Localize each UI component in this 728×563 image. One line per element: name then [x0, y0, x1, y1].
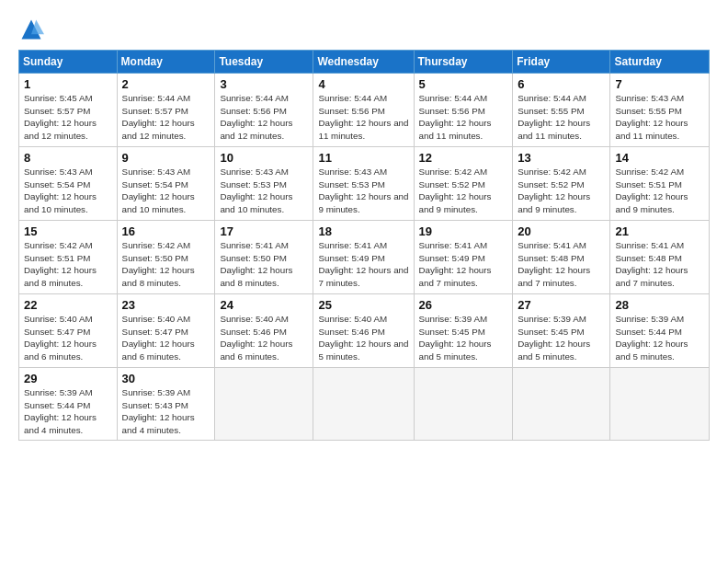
day-info: Sunrise: 5:40 AMSunset: 5:47 PMDaylight:… — [122, 314, 195, 362]
day-info: Sunrise: 5:43 AMSunset: 5:53 PMDaylight:… — [220, 167, 292, 214]
day-number: 7 — [615, 77, 704, 91]
day-cell-27: 27Sunrise: 5:39 AMSunset: 5:45 PMDayligh… — [513, 294, 610, 368]
calendar-week-1: 8Sunrise: 5:43 AMSunset: 5:54 PMDaylight… — [19, 147, 710, 221]
day-number: 3 — [220, 77, 308, 91]
column-header-sunday: Sunday — [19, 51, 118, 74]
day-number: 16 — [122, 224, 210, 238]
day-number: 2 — [122, 77, 210, 91]
day-number: 28 — [615, 298, 704, 312]
column-header-thursday: Thursday — [414, 51, 513, 74]
day-info: Sunrise: 5:39 AMSunset: 5:45 PMDaylight:… — [419, 314, 492, 362]
day-info: Sunrise: 5:39 AMSunset: 5:44 PMDaylight:… — [615, 314, 688, 362]
day-info: Sunrise: 5:41 AMSunset: 5:48 PMDaylight:… — [615, 240, 688, 288]
day-cell-7: 7Sunrise: 5:43 AMSunset: 5:55 PMDaylight… — [610, 74, 710, 147]
day-cell-18: 18Sunrise: 5:41 AMSunset: 5:49 PMDayligh… — [313, 221, 414, 294]
day-number: 26 — [419, 298, 508, 312]
day-number: 13 — [518, 151, 605, 165]
column-header-tuesday: Tuesday — [215, 51, 313, 74]
day-number: 20 — [518, 224, 605, 238]
day-number: 19 — [419, 224, 508, 238]
day-cell-26: 26Sunrise: 5:39 AMSunset: 5:45 PMDayligh… — [414, 294, 513, 368]
day-cell-19: 19Sunrise: 5:41 AMSunset: 5:49 PMDayligh… — [414, 221, 513, 294]
day-info: Sunrise: 5:43 AMSunset: 5:53 PMDaylight:… — [318, 167, 408, 214]
day-cell-20: 20Sunrise: 5:41 AMSunset: 5:48 PMDayligh… — [513, 221, 610, 294]
day-number: 12 — [419, 151, 508, 165]
header — [18, 17, 710, 42]
calendar-header-row: SundayMondayTuesdayWednesdayThursdayFrid… — [19, 51, 710, 74]
empty-cell — [414, 368, 513, 441]
day-info: Sunrise: 5:44 AMSunset: 5:56 PMDaylight:… — [419, 93, 492, 141]
day-cell-23: 23Sunrise: 5:40 AMSunset: 5:47 PMDayligh… — [117, 294, 215, 368]
day-number: 18 — [318, 224, 408, 238]
day-number: 4 — [318, 77, 408, 91]
empty-cell — [513, 368, 610, 441]
calendar-week-3: 22Sunrise: 5:40 AMSunset: 5:47 PMDayligh… — [19, 294, 710, 368]
day-info: Sunrise: 5:44 AMSunset: 5:57 PMDaylight:… — [122, 93, 195, 141]
day-number: 1 — [24, 77, 112, 91]
day-info: Sunrise: 5:40 AMSunset: 5:46 PMDaylight:… — [318, 314, 408, 362]
day-cell-1: 1Sunrise: 5:45 AMSunset: 5:57 PMDaylight… — [19, 74, 118, 147]
calendar-week-2: 15Sunrise: 5:42 AMSunset: 5:51 PMDayligh… — [19, 221, 710, 294]
day-info: Sunrise: 5:42 AMSunset: 5:52 PMDaylight:… — [518, 167, 590, 214]
calendar-body: 1Sunrise: 5:45 AMSunset: 5:57 PMDaylight… — [19, 74, 710, 441]
day-number: 24 — [220, 298, 308, 312]
calendar-week-4: 29Sunrise: 5:39 AMSunset: 5:44 PMDayligh… — [19, 368, 710, 441]
day-cell-3: 3Sunrise: 5:44 AMSunset: 5:56 PMDaylight… — [215, 74, 313, 147]
day-number: 29 — [24, 372, 112, 385]
day-number: 5 — [419, 77, 508, 91]
day-info: Sunrise: 5:41 AMSunset: 5:50 PMDaylight:… — [220, 240, 292, 288]
column-header-monday: Monday — [117, 51, 215, 74]
day-cell-22: 22Sunrise: 5:40 AMSunset: 5:47 PMDayligh… — [19, 294, 118, 368]
day-cell-16: 16Sunrise: 5:42 AMSunset: 5:50 PMDayligh… — [117, 221, 215, 294]
empty-cell — [313, 368, 414, 441]
day-info: Sunrise: 5:41 AMSunset: 5:48 PMDaylight:… — [518, 240, 590, 288]
day-cell-21: 21Sunrise: 5:41 AMSunset: 5:48 PMDayligh… — [610, 221, 710, 294]
day-info: Sunrise: 5:41 AMSunset: 5:49 PMDaylight:… — [419, 240, 492, 288]
day-info: Sunrise: 5:42 AMSunset: 5:51 PMDaylight:… — [615, 167, 688, 214]
day-cell-9: 9Sunrise: 5:43 AMSunset: 5:54 PMDaylight… — [117, 147, 215, 221]
day-number: 14 — [615, 151, 704, 165]
day-info: Sunrise: 5:39 AMSunset: 5:44 PMDaylight:… — [24, 387, 97, 435]
day-info: Sunrise: 5:40 AMSunset: 5:47 PMDaylight:… — [24, 314, 97, 362]
day-number: 25 — [318, 298, 408, 312]
day-number: 15 — [24, 224, 112, 238]
day-info: Sunrise: 5:39 AMSunset: 5:45 PMDaylight:… — [518, 314, 590, 362]
day-cell-13: 13Sunrise: 5:42 AMSunset: 5:52 PMDayligh… — [513, 147, 610, 221]
day-cell-28: 28Sunrise: 5:39 AMSunset: 5:44 PMDayligh… — [610, 294, 710, 368]
day-info: Sunrise: 5:42 AMSunset: 5:50 PMDaylight:… — [122, 240, 195, 288]
day-cell-8: 8Sunrise: 5:43 AMSunset: 5:54 PMDaylight… — [19, 147, 118, 221]
calendar-table: SundayMondayTuesdayWednesdayThursdayFrid… — [18, 50, 710, 441]
logo-icon — [18, 17, 44, 42]
day-info: Sunrise: 5:42 AMSunset: 5:51 PMDaylight:… — [24, 240, 97, 288]
day-info: Sunrise: 5:41 AMSunset: 5:49 PMDaylight:… — [318, 240, 408, 288]
column-header-wednesday: Wednesday — [313, 51, 414, 74]
day-cell-14: 14Sunrise: 5:42 AMSunset: 5:51 PMDayligh… — [610, 147, 710, 221]
day-info: Sunrise: 5:43 AMSunset: 5:54 PMDaylight:… — [24, 167, 97, 214]
day-number: 22 — [24, 298, 112, 312]
day-info: Sunrise: 5:45 AMSunset: 5:57 PMDaylight:… — [24, 93, 97, 141]
day-info: Sunrise: 5:44 AMSunset: 5:56 PMDaylight:… — [220, 93, 292, 141]
day-info: Sunrise: 5:44 AMSunset: 5:55 PMDaylight:… — [518, 93, 590, 141]
day-number: 10 — [220, 151, 308, 165]
empty-cell — [610, 368, 710, 441]
day-cell-5: 5Sunrise: 5:44 AMSunset: 5:56 PMDaylight… — [414, 74, 513, 147]
column-header-friday: Friday — [513, 51, 610, 74]
day-info: Sunrise: 5:44 AMSunset: 5:56 PMDaylight:… — [318, 93, 408, 141]
day-number: 30 — [122, 372, 210, 385]
day-info: Sunrise: 5:39 AMSunset: 5:43 PMDaylight:… — [122, 387, 195, 435]
day-cell-6: 6Sunrise: 5:44 AMSunset: 5:55 PMDaylight… — [513, 74, 610, 147]
day-cell-17: 17Sunrise: 5:41 AMSunset: 5:50 PMDayligh… — [215, 221, 313, 294]
day-number: 6 — [518, 77, 605, 91]
day-cell-24: 24Sunrise: 5:40 AMSunset: 5:46 PMDayligh… — [215, 294, 313, 368]
day-info: Sunrise: 5:43 AMSunset: 5:54 PMDaylight:… — [122, 167, 195, 214]
day-number: 21 — [615, 224, 704, 238]
day-cell-15: 15Sunrise: 5:42 AMSunset: 5:51 PMDayligh… — [19, 221, 118, 294]
day-info: Sunrise: 5:43 AMSunset: 5:55 PMDaylight:… — [615, 93, 688, 141]
day-number: 23 — [122, 298, 210, 312]
day-cell-2: 2Sunrise: 5:44 AMSunset: 5:57 PMDaylight… — [117, 74, 215, 147]
logo — [18, 17, 48, 42]
day-cell-4: 4Sunrise: 5:44 AMSunset: 5:56 PMDaylight… — [313, 74, 414, 147]
day-number: 17 — [220, 224, 308, 238]
day-number: 11 — [318, 151, 408, 165]
calendar-week-0: 1Sunrise: 5:45 AMSunset: 5:57 PMDaylight… — [19, 74, 710, 147]
